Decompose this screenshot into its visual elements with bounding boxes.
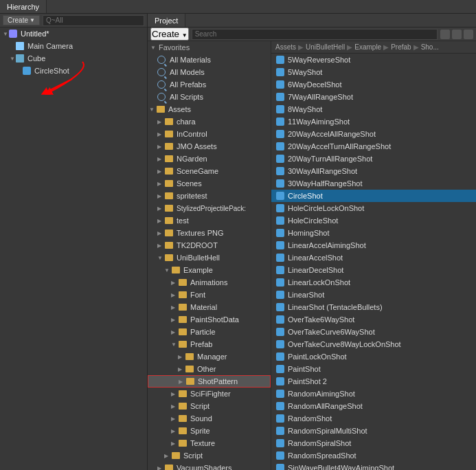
file-item-f18[interactable]: LinearDecelShot xyxy=(271,264,476,276)
folder-sound[interactable]: Sound xyxy=(148,412,271,425)
file-item-f2[interactable]: 5WayShot xyxy=(271,66,476,78)
folder-sprite[interactable]: Sprite xyxy=(148,425,271,437)
fav-all-prefabs[interactable]: All Prefabs xyxy=(148,78,271,91)
folder-ngarden[interactable]: NGarden xyxy=(148,153,271,165)
scenes-icon xyxy=(165,180,173,187)
font-icon xyxy=(179,291,187,298)
folder-jmo-assets[interactable]: JMO Assets xyxy=(148,140,271,153)
file-item-f12[interactable]: CircleShot xyxy=(271,190,476,202)
manager-label: Manager xyxy=(197,352,227,361)
folder-prefab[interactable]: Prefab xyxy=(148,338,271,350)
file-item-f28[interactable]: RandomAimingShot xyxy=(271,388,476,400)
folder-vacuumshaders[interactable]: VacuumShaders xyxy=(148,462,271,470)
file-item-f22[interactable]: OverTake6WayShot xyxy=(271,313,476,326)
hierarchy-scene-root[interactable]: Untitled* xyxy=(0,27,147,40)
file-item-f26[interactable]: PaintShot xyxy=(271,363,476,375)
file-icon-f25 xyxy=(275,352,285,361)
file-item-f15[interactable]: HomingShot xyxy=(271,227,476,239)
file-item-f1[interactable]: 5WayReverseShot xyxy=(271,54,476,66)
hierarchy-item-main-camera[interactable]: Main Camera xyxy=(0,40,147,52)
folder-paintshotdata[interactable]: PaintShotData xyxy=(148,313,271,326)
folder-scififighter[interactable]: SciFiFighter xyxy=(148,388,271,400)
folder-stylized[interactable]: StylizedProjectilePack: xyxy=(148,202,271,214)
file-item-f32[interactable]: RandomSpiralShot xyxy=(271,437,476,449)
file-item-f21[interactable]: LinearShot (TentacleBullets) xyxy=(271,301,476,313)
file-item-f17[interactable]: LinearAccelShot xyxy=(271,251,476,264)
folder-example[interactable]: Example xyxy=(148,264,271,276)
project-icon1[interactable] xyxy=(440,30,450,39)
file-item-f10[interactable]: 30WayAllRangeShot xyxy=(271,165,476,177)
hierarchy-search-input[interactable] xyxy=(43,15,144,26)
particle-arrow xyxy=(171,329,177,335)
project-create-button[interactable]: Create ▼ xyxy=(150,27,189,41)
file-item-f29[interactable]: RandomAllRangeShot xyxy=(271,400,476,412)
script-label: Script xyxy=(190,402,209,410)
script-arrow xyxy=(171,403,177,410)
folder-textures-png[interactable]: Textures PNG xyxy=(148,227,271,239)
file-item-f24[interactable]: OverTakeCurve8WayLockOnShot xyxy=(271,338,476,350)
example-arrow xyxy=(164,267,170,273)
hierarchy-create-button[interactable]: Create ▼ xyxy=(3,15,40,25)
folder-texture[interactable]: Texture xyxy=(148,437,271,449)
file-item-f5[interactable]: 8WayShot xyxy=(271,103,476,115)
folder-chara[interactable]: chara xyxy=(148,115,271,128)
project-icon3[interactable] xyxy=(464,30,473,39)
file-item-f27[interactable]: PaintShot 2 xyxy=(271,375,476,388)
tab-hierarchy[interactable]: Hierarchy xyxy=(0,0,47,13)
hierarchy-circleshot-label: CircleShot xyxy=(34,67,69,75)
hierarchy-tab-label: Hierarchy xyxy=(7,3,39,11)
file-item-f11[interactable]: 30WayHalfRangeShot xyxy=(271,177,476,190)
favorites-header: Favorites xyxy=(148,41,271,54)
hierarchy-item-cube[interactable]: Cube xyxy=(0,52,147,65)
folder-unibullethell[interactable]: UniBulletHell xyxy=(148,251,271,264)
file-item-f6[interactable]: 11WayAimingShot xyxy=(271,115,476,128)
file-item-f20[interactable]: LinearShot xyxy=(271,289,476,301)
hierarchy-item-circleshot[interactable]: CircleShot xyxy=(0,65,147,77)
project-search-input[interactable] xyxy=(192,29,438,40)
file-item-f34[interactable]: SinWaveBullet4WayAimingShot xyxy=(271,462,476,470)
assets-root[interactable]: Assets xyxy=(148,103,271,115)
fav-all-models[interactable]: All Models xyxy=(148,66,271,78)
folder-shotpattern[interactable]: ShotPattern xyxy=(148,375,271,388)
folder-scenegame[interactable]: SceneGame xyxy=(148,165,271,177)
file-item-f33[interactable]: RandomSpreadShot xyxy=(271,449,476,462)
file-item-f4[interactable]: 7WayAllRangeShot xyxy=(271,91,476,103)
fav-all-materials[interactable]: All Materials xyxy=(148,54,271,66)
file-item-f19[interactable]: LinearLockOnShot xyxy=(271,276,476,289)
file-item-f7[interactable]: 20WayAccelAllRangeShot xyxy=(271,128,476,140)
scenegame-label: SceneGame xyxy=(177,167,218,175)
folder-incontrol[interactable]: InControl xyxy=(148,128,271,140)
file-icon-f6 xyxy=(275,117,285,126)
file-item-f23[interactable]: OverTakeCurve6WayShot xyxy=(271,326,476,338)
incontrol-icon xyxy=(165,131,173,137)
folder-script2[interactable]: Script xyxy=(148,449,271,462)
folder-manager[interactable]: Manager xyxy=(148,350,271,363)
folder-spritetest[interactable]: spritetest xyxy=(148,190,271,202)
folder-particle[interactable]: Particle xyxy=(148,326,271,338)
file-item-f14[interactable]: HoleCircleShot xyxy=(271,214,476,227)
folder-font[interactable]: Font xyxy=(148,289,271,301)
file-item-f31[interactable]: RandomSpiralMultiShot xyxy=(271,425,476,437)
file-item-f13[interactable]: HoleCircleLockOnShot xyxy=(271,202,476,214)
file-item-f9[interactable]: 20WayTurnAllRangeShot xyxy=(271,153,476,165)
file-label-f26: PaintShot xyxy=(288,365,321,373)
project-icon2[interactable] xyxy=(452,30,462,39)
file-item-f3[interactable]: 6WayDecelShot xyxy=(271,78,476,91)
folder-test[interactable]: test xyxy=(148,214,271,227)
folder-tk2droot[interactable]: TK2DROOT xyxy=(148,239,271,251)
file-item-f16[interactable]: LinearAccelAimingShot xyxy=(271,239,476,251)
folder-scenes[interactable]: Scenes xyxy=(148,177,271,190)
tab-project[interactable]: Project xyxy=(148,14,185,27)
file-item-f8[interactable]: 20WayAccelTurnAllRangeShot xyxy=(271,140,476,153)
folder-material[interactable]: Material xyxy=(148,301,271,313)
file-item-f30[interactable]: RandomShot xyxy=(271,412,476,425)
fav-all-scripts[interactable]: All Scripts xyxy=(148,91,271,103)
folder-other[interactable]: Other xyxy=(148,363,271,375)
folder-script[interactable]: Script xyxy=(148,400,271,412)
folder-animations[interactable]: Animations xyxy=(148,276,271,289)
psd-label: PaintShotData xyxy=(190,315,239,324)
file-item-f25[interactable]: PaintLockOnShot xyxy=(271,350,476,363)
anim-label: Animations xyxy=(190,278,227,287)
file-icon-f4 xyxy=(275,92,285,102)
file-icon-f8 xyxy=(275,142,285,151)
